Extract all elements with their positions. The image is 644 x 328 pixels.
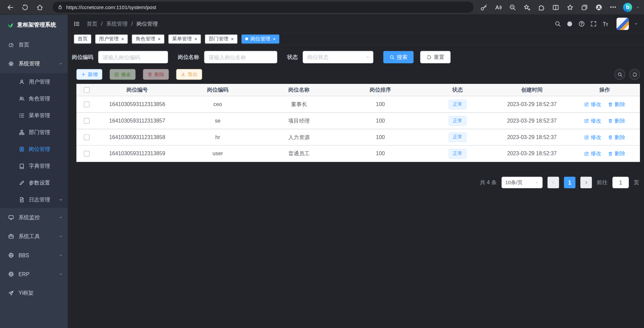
row-actions: 修改 删除 [569, 150, 640, 157]
status-select[interactable]: 岗位状态 [303, 51, 373, 63]
read-aloud-button[interactable] [492, 1, 505, 13]
breadcrumb-home[interactable]: 首页 [87, 20, 97, 27]
refresh-icon [632, 72, 637, 77]
breadcrumb-separator: / [101, 21, 102, 27]
sidebar-item-posts[interactable]: 岗位管理 [0, 140, 68, 157]
close-icon[interactable]: × [231, 36, 234, 41]
goto-page-input[interactable] [612, 177, 629, 188]
close-icon[interactable]: × [273, 36, 276, 41]
add-button[interactable]: 新增 [76, 69, 102, 80]
search-button[interactable]: 搜索 [383, 51, 413, 63]
tab-departments[interactable]: 部门管理 × [205, 34, 237, 43]
header-search-button[interactable] [554, 20, 561, 27]
post-name: 项目经理 [258, 117, 340, 124]
caret-down-icon [634, 22, 638, 26]
column-header: 状态 [420, 86, 495, 94]
user-menu-button[interactable] [634, 22, 638, 26]
chevron-right-icon [584, 181, 588, 185]
post-sort: 100 [340, 134, 420, 140]
close-icon[interactable]: × [158, 36, 161, 41]
post-code-input[interactable] [98, 51, 168, 63]
next-page-button[interactable] [580, 177, 592, 188]
app-title: 意框架管理系统 [17, 21, 56, 29]
sidebar-item-departments[interactable]: 部门管理 [0, 124, 68, 140]
row-delete-button[interactable]: 删除 [608, 133, 625, 141]
tab-roles[interactable]: 角色管理 × [132, 34, 164, 43]
page-number-button[interactable]: 1 [564, 177, 575, 188]
delete-button[interactable]: 删除 [143, 69, 169, 80]
favorites-button[interactable] [564, 1, 576, 13]
prev-page-button[interactable] [547, 177, 559, 188]
breadcrumb-system[interactable]: 系统管理 [106, 20, 128, 27]
row-actions: 修改 删除 [569, 100, 640, 108]
app-logo[interactable]: 意框架管理系统 [0, 15, 68, 35]
row-delete-button[interactable]: 删除 [608, 117, 625, 124]
sidebar-item-bbs[interactable]: BBS [0, 246, 68, 265]
zoom-button[interactable] [506, 1, 519, 13]
reset-button[interactable]: 重置 [420, 51, 450, 63]
sidebar-item-menus[interactable]: 菜单管理 [0, 107, 68, 124]
tab-label: 岗位管理 [250, 35, 270, 42]
close-icon[interactable]: × [121, 36, 124, 41]
row-edit-button[interactable]: 修改 [584, 117, 601, 124]
sidebar-item-home[interactable]: 首页 [0, 35, 68, 54]
sidebar-item-logs[interactable]: 日志管理 [0, 191, 68, 208]
sidebar-item-label: 部门管理 [29, 128, 50, 136]
created-time: 2023-03-29 18:52:37 [495, 151, 569, 157]
row-edit-button[interactable]: 修改 [584, 100, 601, 108]
split-screen-button[interactable] [549, 1, 562, 13]
user-avatar[interactable] [616, 18, 629, 30]
row-delete-button[interactable]: 删除 [608, 150, 625, 157]
sidebar-item-users[interactable]: 用户管理 [0, 73, 68, 90]
status-select-placeholder: 岗位状态 [307, 54, 329, 61]
post-name: 普通员工 [258, 150, 340, 157]
sidebar-item-monitoring[interactable]: 系统监控 [0, 208, 68, 227]
refresh-button[interactable] [19, 1, 31, 13]
download-icon [181, 72, 186, 77]
sidebar-item-system[interactable]: 系统管理 [0, 54, 68, 73]
tab-home[interactable]: 首页 [74, 34, 91, 43]
refresh-table-button[interactable] [629, 69, 640, 80]
select-all-checkbox[interactable] [84, 87, 90, 93]
add-favorite-button[interactable] [521, 1, 533, 13]
edit-button[interactable]: 修改 [110, 69, 136, 80]
extensions-button[interactable] [535, 1, 548, 13]
row-checkbox[interactable] [84, 151, 90, 156]
browser-menu-button[interactable]: ⋯ [607, 1, 619, 13]
post-name-input[interactable] [204, 51, 277, 63]
sidebar-item-roles[interactable]: 角色管理 [0, 90, 68, 107]
page-size-select[interactable]: 10条/页 [502, 177, 543, 188]
row-checkbox[interactable] [84, 134, 90, 140]
github-button[interactable] [567, 20, 573, 27]
fullscreen-button[interactable] [590, 20, 597, 27]
address-bar[interactable]: https://ccnetcore.com:1101/system/post [53, 2, 474, 13]
export-button[interactable]: 导出 [176, 69, 202, 80]
fullscreen-icon [590, 20, 597, 27]
row-delete-button[interactable]: 删除 [608, 100, 625, 108]
row-checkbox[interactable] [84, 101, 90, 107]
close-icon[interactable]: × [194, 36, 197, 41]
sidebar-item-erp[interactable]: ERP [0, 265, 68, 284]
copilot-button[interactable]: b [621, 1, 634, 13]
sidebar-item-tools[interactable]: 系统工具 [0, 227, 68, 246]
row-checkbox[interactable] [84, 118, 90, 124]
password-button[interactable] [478, 1, 490, 13]
collections-button[interactable] [578, 1, 591, 13]
toggle-search-button[interactable] [614, 69, 625, 80]
chevron-down-icon[interactable] [636, 5, 640, 9]
tab-users[interactable]: 用户管理 × [95, 34, 128, 43]
row-edit-button[interactable]: 修改 [584, 150, 601, 157]
sidebar-item-label: ERP [19, 271, 30, 277]
tab-posts-active[interactable]: 岗位管理 × [241, 34, 279, 43]
sidebar-item-parameters[interactable]: 参数设置 [0, 174, 68, 191]
sidebar-item-yi-framework[interactable]: Yi框架 [0, 284, 68, 302]
font-size-button[interactable] [602, 20, 609, 27]
home-button[interactable] [34, 1, 46, 13]
back-button[interactable] [4, 1, 16, 13]
row-edit-button[interactable]: 修改 [584, 133, 601, 141]
tab-menus[interactable]: 菜单管理 × [168, 34, 201, 43]
help-button[interactable] [578, 20, 585, 27]
sidebar-toggle-button[interactable] [73, 20, 80, 27]
sidebar-item-dictionary[interactable]: 字典管理 [0, 157, 68, 174]
browser-profile-button[interactable] [593, 1, 605, 13]
